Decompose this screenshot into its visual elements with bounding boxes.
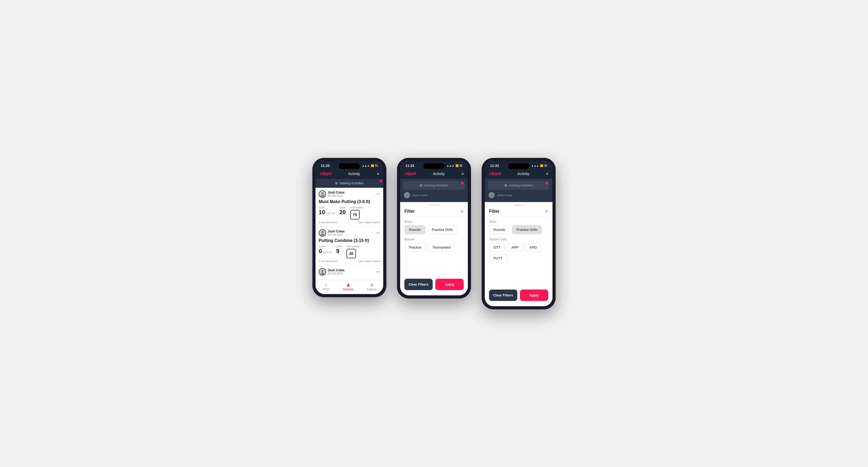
avatar-3 <box>319 268 326 276</box>
filter-icon-dim-2: ⊞ <box>420 184 422 187</box>
info-icon-1: ℹ <box>319 221 319 224</box>
filter-icon-dim-3: ⊞ <box>504 184 507 187</box>
filter-spacer-3 <box>485 270 553 286</box>
viewing-banner-1[interactable]: ⊞ Viewing Activities <box>315 179 383 188</box>
viewing-label-dim-2: Viewing Activities <box>424 184 448 187</box>
dynamic-island-2 <box>424 163 444 169</box>
signal-icon-1: ▲▲▲ <box>362 164 370 167</box>
filter-body-3: Show Rounds Practice Drills Practice Dri… <box>485 216 553 270</box>
filter-icon-1: ⊞ <box>335 181 338 185</box>
avatar-img-2 <box>319 230 326 236</box>
svg-point-0 <box>321 192 324 194</box>
phone-2-screen: 11:33 ▲▲▲ 📶 51 clippd Activity ≡ ⊞ Viewi… <box>400 161 468 295</box>
shots-block-2: Shots 9 <box>336 245 342 255</box>
user-name-3: Josh Coles <box>328 269 345 272</box>
arg-btn-3[interactable]: ARG <box>525 243 541 252</box>
shot-quality-block-1: Shot Quality 75 <box>350 206 363 219</box>
svg-point-6 <box>406 193 408 195</box>
phone-1: 11:33 ▲▲▲ 📶 51 clippd Activity ≡ ⊞ Viewi… <box>312 158 386 297</box>
card-header-1: Josh Coles 28 Feb 2023 ••• <box>319 190 380 198</box>
rounds-label-2: Rounds <box>404 238 464 241</box>
phone-3-screen: 11:33 ▲▲▲ 📶 51 clippd Activity ≡ ⊞ Viewi… <box>485 161 553 306</box>
svg-point-8 <box>491 193 493 195</box>
activity-title-2: Putting Combine (3-15 ft) <box>319 238 380 243</box>
activity-card-2: Josh Coles 28 Feb 2023 ••• Putting Combi… <box>315 227 383 266</box>
shots-block-1: Shots 20 <box>339 206 346 216</box>
capture-icon-1: ⊕ <box>370 282 373 287</box>
shots-value-2: 9 <box>336 248 342 255</box>
app-btn-3[interactable]: APP <box>507 243 523 252</box>
status-icons-3: ▲▲▲ 📶 51 <box>531 164 547 167</box>
home-label-1: Home <box>322 288 330 291</box>
sheet-title-3: Filter <box>489 209 499 214</box>
battery-icon-3: 51 <box>544 164 547 167</box>
svg-point-5 <box>320 272 324 275</box>
shots-label-2: Shots <box>336 245 342 248</box>
test-info-2: ℹ Test Information <box>319 260 338 262</box>
hamburger-menu-2[interactable]: ≡ <box>462 172 464 176</box>
time-3: 11:33 <box>490 164 499 168</box>
sheet-header-3: Filter ✕ <box>485 206 553 216</box>
card-menu-3[interactable]: ••• <box>376 270 380 274</box>
dim-card-preview-3: Josh Coles <box>488 190 549 200</box>
rounds-show-btn-2[interactable]: Rounds <box>404 225 425 234</box>
card-header-3: Josh Coles 28 Feb 2023 ••• <box>319 268 380 276</box>
dim-avatar-3 <box>488 191 495 199</box>
rounds-buttons-2: Practice Tournament <box>404 243 464 252</box>
shots-value-1: 20 <box>339 209 346 216</box>
top-nav-3: clippd Activity ≡ <box>485 169 553 179</box>
out-of-2: OUT OF <box>323 251 332 254</box>
user-date-1: 28 Feb 2023 <box>328 194 345 197</box>
info-icon-2: ℹ <box>319 260 319 262</box>
card-menu-1[interactable]: ••• <box>376 192 380 196</box>
svg-point-9 <box>490 196 494 198</box>
nav-capture-1[interactable]: ⊕ Capture <box>367 282 377 291</box>
status-bar-3: 11:33 ▲▲▲ 📶 51 <box>485 161 553 169</box>
score-block-1: Score 10 OUT OF <box>319 206 335 216</box>
card-menu-2[interactable]: ••• <box>376 231 380 235</box>
nav-activities-1[interactable]: ♟ Activities <box>343 282 353 291</box>
practice-drills-show-btn-2[interactable]: Practice Drills <box>427 225 457 234</box>
svg-point-4 <box>321 270 324 272</box>
practice-drills-show-btn-3[interactable]: Practice Drills <box>512 225 542 234</box>
apply-btn-2[interactable]: Apply <box>435 279 464 290</box>
tournament-round-btn-2[interactable]: Tournament <box>428 243 455 252</box>
avatar-img-1 <box>319 191 326 197</box>
shot-quality-block-2: Shot Quality 45 <box>346 245 360 258</box>
avatar-2 <box>319 229 326 237</box>
user-name-2: Josh Coles <box>328 229 345 233</box>
svg-point-2 <box>321 231 324 233</box>
user-date-3: 28 Feb 2023 <box>328 272 345 275</box>
nav-home-1[interactable]: ⌂ Home <box>322 282 330 291</box>
time-1: 11:33 <box>321 164 330 168</box>
phones-container: 11:33 ▲▲▲ 📶 51 clippd Activity ≡ ⊞ Viewi… <box>312 158 556 309</box>
test-info-text-1: Test Information <box>320 221 338 224</box>
top-nav-2: clippd Activity ≡ <box>400 169 468 179</box>
notification-dot-1 <box>379 180 382 183</box>
user-details-2: Josh Coles 28 Feb 2023 <box>328 229 345 236</box>
status-icons-1: ▲▲▲ 📶 51 <box>362 164 378 167</box>
apply-btn-3[interactable]: Apply <box>520 289 548 301</box>
putt-btn-3[interactable]: PUTT <box>489 254 507 262</box>
dim-avatar-2 <box>403 191 411 199</box>
show-buttons-3: Rounds Practice Drills <box>489 225 548 234</box>
hamburger-menu-1[interactable]: ≡ <box>377 172 379 176</box>
svg-point-3 <box>320 234 324 236</box>
nav-title-1: Activity <box>348 172 360 176</box>
clear-filters-btn-3[interactable]: Clear Filters <box>489 289 517 301</box>
filter-sheet-2: Filter ✕ Show Rounds Practice Drills Rou… <box>400 205 468 295</box>
filter-spacer-2 <box>400 259 468 275</box>
score-value-row-1: 10 OUT OF <box>319 209 335 216</box>
practice-round-btn-2[interactable]: Practice <box>404 243 426 252</box>
shot-quality-label-1: Shot Quality <box>350 206 363 209</box>
hamburger-menu-3[interactable]: ≡ <box>546 172 548 176</box>
ott-btn-3[interactable]: OTT <box>489 243 505 252</box>
dim-user-name-3: Josh Coles <box>497 193 513 197</box>
notification-dot-dim-2 <box>461 182 464 185</box>
close-filter-2[interactable]: ✕ <box>460 209 464 214</box>
rounds-show-btn-3[interactable]: Rounds <box>489 225 510 234</box>
close-filter-3[interactable]: ✕ <box>545 209 548 214</box>
phone-3: 11:33 ▲▲▲ 📶 51 clippd Activity ≡ ⊞ Viewi… <box>482 158 556 309</box>
clear-filters-btn-2[interactable]: Clear Filters <box>404 279 433 290</box>
drills-buttons-3: OTT APP ARG PUTT <box>489 243 548 262</box>
